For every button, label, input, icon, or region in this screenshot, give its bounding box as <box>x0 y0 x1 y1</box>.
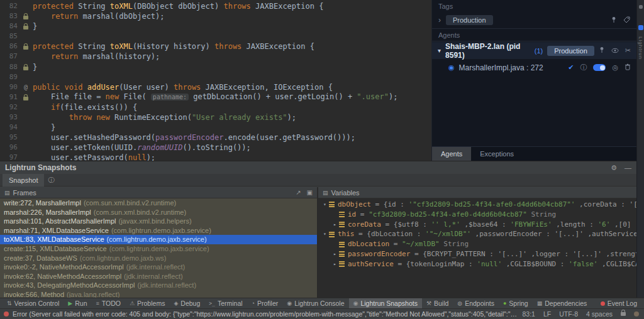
variable-row[interactable]: ▸passwordEncoder = {BCRYPT_PATTERN : '[.… <box>321 249 636 259</box>
frame-row[interactable]: write:272, MarshallerImpl(com.sun.xml.bi… <box>0 198 317 208</box>
toolwindow-bar: ⇅Version Control▶Run≡TODO⚠Problems◈Debug… <box>0 298 644 308</box>
variable-row[interactable]: ▾this = {dbLocation : '"~/xmlDB"' ,passw… <box>321 229 636 239</box>
frame-row[interactable]: invoke:566, Method(java.lang.reflect) <box>0 290 317 298</box>
button-label: Version Control <box>14 300 60 307</box>
toolwindow-button-dependencies[interactable]: ▦Dependencies <box>533 298 592 309</box>
frame-row[interactable]: marshal:226, MarshallerImpl(com.sun.xml.… <box>0 208 317 217</box>
lock-marker-icon[interactable] <box>19 23 33 30</box>
code-line: 83 return marshal(dbObject); <box>0 11 431 21</box>
code-editor[interactable]: 82protected String toXML(DBObject dbObje… <box>0 0 431 161</box>
minimize-icon[interactable]: — <box>625 164 631 172</box>
code-text: protected String toXML(DBObject dbObject… <box>33 1 323 11</box>
chevron-right-icon[interactable]: ▸ <box>331 220 339 230</box>
notifications-icon[interactable] <box>634 311 639 316</box>
variable-row[interactable]: ▸authService = {tokenLoginMap : 'null' ,… <box>321 259 636 269</box>
lock-marker-icon[interactable] <box>19 64 33 70</box>
agent-tag-chip[interactable]: Production <box>547 46 594 56</box>
agent-row[interactable]: ▾ Shais-MBP-2.lan (pid 8591) (1) Product… <box>432 42 636 59</box>
lock-marker-icon[interactable] <box>19 13 33 19</box>
pin-icon[interactable] <box>611 16 617 24</box>
tab-snapshot[interactable]: Snapshot <box>3 174 44 187</box>
lock-marker-icon[interactable] <box>19 94 33 100</box>
info-icon[interactable]: ⓘ <box>580 63 587 72</box>
todo-icon: ≡ <box>96 300 99 306</box>
detach-agent-icon[interactable]: ✂ <box>625 46 631 55</box>
chevron-right-icon[interactable]: ▸ <box>331 259 339 269</box>
lock-marker-icon[interactable] <box>19 43 33 50</box>
chevron-down-icon[interactable]: ▾ <box>321 229 329 239</box>
code-lines: 82protected String toXML(DBObject dbObje… <box>0 1 431 161</box>
chevron-right-icon[interactable]: ▸ <box>331 249 339 259</box>
lightrun-snapshots-panel: Lightrun Snapshots ⚙ — Snapshot ⓘ ▤ Fram… <box>0 161 636 298</box>
toolwindow-button-run[interactable]: ▶Run <box>64 298 91 309</box>
variables-pane: ▤ Variables ▾dbObject = {id : '"cf3d2809… <box>318 187 636 298</box>
frame-package: (com.sun.xml.bind.v2.runtime) <box>84 199 176 207</box>
tab-agents[interactable]: Agents <box>432 147 471 161</box>
frame-row[interactable]: create:115, XMLDatabaseService(com.light… <box>0 244 317 254</box>
frame-row[interactable]: toXML:83, XMLDatabaseService(com.lightru… <box>0 235 317 244</box>
panel-title: Lightrun Snapshots <box>5 163 76 172</box>
export-icon[interactable]: ↗ <box>296 189 301 196</box>
tag-icon[interactable] <box>623 16 630 24</box>
frames-pane: ▤ Frames ↗ ▣ write:272, MarshallerImpl(c… <box>0 187 318 298</box>
annotation-gutter-icon[interactable]: @ <box>19 82 33 92</box>
readonly-lock-icon[interactable] <box>621 312 626 316</box>
goto-source-icon[interactable]: ◎ <box>612 63 618 72</box>
toolwindow-button-lightrun-snapshots[interactable]: ◉Lightrun Snapshots <box>349 298 422 309</box>
frame-location: invoke:43, DelegatingMethodAccessorImpl <box>4 281 135 289</box>
snapshot-action-row[interactable]: ◉ MarshallerImpl.java : 272 ✔ ⓘ ◎ <box>432 59 636 76</box>
caret-position[interactable]: 83:1 <box>523 310 535 318</box>
watch-eye-icon[interactable] <box>611 47 619 55</box>
chevron-right-icon[interactable]: › <box>438 16 441 24</box>
code-line: 91 File file = new File( pathname: getDb… <box>0 92 431 102</box>
toolwindow-button-todo[interactable]: ≡TODO <box>92 298 125 309</box>
chevron-down-icon[interactable]: ▾ <box>321 200 329 210</box>
toolwindow-button-terminal[interactable]: >_Terminal <box>204 298 247 309</box>
frame-location: marshal:71, XMLDatabaseService <box>4 227 109 234</box>
production-tag-chip[interactable]: Production <box>446 15 493 25</box>
copy-icon[interactable]: ▣ <box>307 189 313 196</box>
file-encoding[interactable]: UTF-8 <box>559 310 578 318</box>
frame-row[interactable]: invoke0:-2, NativeMethodAccessorImpl(jdk… <box>0 262 317 272</box>
frame-row[interactable]: marshal:71, XMLDatabaseService(com.light… <box>0 226 317 235</box>
variable-row[interactable]: ▸coreData = {$utf8 : '' l,*' ,$base64 : … <box>321 220 636 230</box>
stripe-icon[interactable] <box>639 5 643 9</box>
chevron-down-icon[interactable]: ▾ <box>438 47 441 54</box>
frame-package: (javax.xml.bind.helpers) <box>119 217 192 225</box>
event-log-button[interactable]: Event Log <box>596 298 641 309</box>
lightrun-stripe-icon[interactable] <box>638 25 643 30</box>
enabled-toggle[interactable] <box>593 64 606 71</box>
toolwindow-button-version-control[interactable]: ⇅Version Control <box>3 298 64 309</box>
gear-icon[interactable]: ⚙ <box>611 164 617 172</box>
frame-row[interactable]: marshal:101, AbstractMarshallerImpl(java… <box>0 217 317 226</box>
line-ending[interactable]: LF <box>543 310 551 318</box>
delete-icon[interactable] <box>625 63 631 72</box>
toolwindow-button-spring[interactable]: ●Spring <box>499 298 533 309</box>
frame-row[interactable]: invoke:43, DelegatingMethodAccessorImpl(… <box>0 281 317 290</box>
stripe-label[interactable]: Lightrun <box>638 36 643 60</box>
debug-icon: ◈ <box>174 300 178 306</box>
toolwindow-button-profiler[interactable]: ◔Profiler <box>247 298 283 309</box>
toolwindow-button-endpoints[interactable]: ◍Endpoints <box>453 298 499 309</box>
code-text: user.setToken(UUID.randomUUID().toString… <box>33 143 251 153</box>
variables-icon: ▤ <box>323 190 328 196</box>
toolwindow-button-problems[interactable]: ⚠Problems <box>125 298 169 309</box>
frame-row[interactable]: create:37, DatabaseWS(com.lightrun.demo.… <box>0 254 317 263</box>
error-message[interactable]: Error (Server call failed with error cod… <box>13 310 519 318</box>
pin-icon[interactable] <box>599 46 605 55</box>
variable-row[interactable]: id = "cf3d2809-bd25-4f34-afe0-d4dd6b04cb… <box>321 210 636 220</box>
variable-name: coreData <box>348 220 381 230</box>
profiler-icon: ◔ <box>252 300 255 306</box>
vcs-icon: ⇅ <box>7 300 12 306</box>
info-icon[interactable]: ⓘ <box>48 176 54 185</box>
indent-setting[interactable]: 4 spaces <box>586 310 613 318</box>
snapshot-camera-icon: ◉ <box>448 63 455 72</box>
toolwindow-button-lightrun-console[interactable]: ◉Lightrun Console <box>282 298 348 309</box>
toolwindow-button-build[interactable]: ⚒Build <box>422 298 453 309</box>
tab-exceptions[interactable]: Exceptions <box>471 147 523 161</box>
variable-row[interactable]: dbLocation = "~/xmlDB" String <box>321 239 636 249</box>
check-icon[interactable]: ✔ <box>568 63 574 72</box>
frame-row[interactable]: invoke:62, NativeMethodAccessorImpl(jdk.… <box>0 272 317 281</box>
variable-row[interactable]: ▾dbObject = {id : '"cf3d2809-bd25-4f34-a… <box>321 200 636 210</box>
toolwindow-button-debug[interactable]: ◈Debug <box>169 298 204 309</box>
